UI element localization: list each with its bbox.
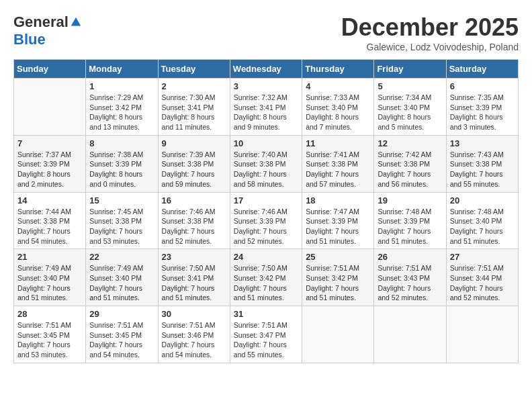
day-number: 28 bbox=[17, 309, 82, 319]
calendar-cell: 3Sunrise: 7:32 AMSunset: 3:41 PMDaylight… bbox=[230, 79, 302, 136]
day-info: Sunrise: 7:45 AMSunset: 3:38 PMDaylight:… bbox=[89, 207, 154, 246]
calendar-cell: 5Sunrise: 7:34 AMSunset: 3:40 PMDaylight… bbox=[374, 79, 446, 136]
calendar-cell: 10Sunrise: 7:40 AMSunset: 3:38 PMDayligh… bbox=[230, 135, 302, 192]
day-number: 24 bbox=[234, 252, 298, 262]
day-number: 3 bbox=[234, 81, 298, 91]
calendar-cell: 27Sunrise: 7:51 AMSunset: 3:44 PMDayligh… bbox=[446, 249, 518, 306]
day-number: 30 bbox=[162, 309, 226, 319]
calendar-cell: 18Sunrise: 7:47 AMSunset: 3:39 PMDayligh… bbox=[302, 192, 374, 249]
calendar-header-thursday: Thursday bbox=[302, 60, 374, 79]
day-info: Sunrise: 7:46 AMSunset: 3:38 PMDaylight:… bbox=[162, 207, 226, 246]
month-title: December 2025 bbox=[341, 13, 519, 42]
day-info: Sunrise: 7:44 AMSunset: 3:38 PMDaylight:… bbox=[17, 207, 82, 246]
day-info: Sunrise: 7:49 AMSunset: 3:40 PMDaylight:… bbox=[17, 263, 82, 303]
day-number: 21 bbox=[17, 252, 82, 262]
calendar-cell: 15Sunrise: 7:45 AMSunset: 3:38 PMDayligh… bbox=[86, 192, 158, 249]
logo-icon bbox=[70, 16, 82, 28]
day-info: Sunrise: 7:47 AMSunset: 3:39 PMDaylight:… bbox=[306, 207, 370, 246]
calendar-cell: 19Sunrise: 7:48 AMSunset: 3:39 PMDayligh… bbox=[374, 192, 446, 249]
calendar-cell: 29Sunrise: 7:51 AMSunset: 3:45 PMDayligh… bbox=[86, 306, 158, 363]
calendar-header-monday: Monday bbox=[86, 60, 158, 79]
day-info: Sunrise: 7:46 AMSunset: 3:39 PMDaylight:… bbox=[234, 207, 298, 246]
calendar-cell: 16Sunrise: 7:46 AMSunset: 3:38 PMDayligh… bbox=[158, 192, 230, 249]
calendar-cell bbox=[446, 306, 518, 363]
day-number: 20 bbox=[450, 195, 515, 205]
day-number: 9 bbox=[162, 138, 226, 148]
page-header: General Blue December 2025 Galewice, Lod… bbox=[13, 13, 519, 52]
logo-blue-text: Blue bbox=[13, 31, 46, 48]
day-number: 12 bbox=[378, 138, 442, 148]
day-info: Sunrise: 7:51 AMSunset: 3:46 PMDaylight:… bbox=[162, 320, 226, 360]
day-info: Sunrise: 7:41 AMSunset: 3:38 PMDaylight:… bbox=[306, 150, 370, 189]
calendar-cell: 30Sunrise: 7:51 AMSunset: 3:46 PMDayligh… bbox=[158, 306, 230, 363]
calendar-table: SundayMondayTuesdayWednesdayThursdayFrid… bbox=[13, 59, 519, 363]
calendar-cell: 23Sunrise: 7:50 AMSunset: 3:41 PMDayligh… bbox=[158, 249, 230, 306]
day-number: 22 bbox=[89, 252, 154, 262]
calendar-cell: 24Sunrise: 7:50 AMSunset: 3:42 PMDayligh… bbox=[230, 249, 302, 306]
calendar-cell: 22Sunrise: 7:49 AMSunset: 3:40 PMDayligh… bbox=[86, 249, 158, 306]
day-info: Sunrise: 7:51 AMSunset: 3:45 PMDaylight:… bbox=[89, 320, 154, 360]
calendar-cell bbox=[302, 306, 374, 363]
day-number: 1 bbox=[89, 81, 154, 91]
day-number: 14 bbox=[17, 195, 82, 205]
day-info: Sunrise: 7:34 AMSunset: 3:40 PMDaylight:… bbox=[378, 93, 442, 132]
logo: General Blue bbox=[13, 13, 82, 48]
calendar-header-friday: Friday bbox=[374, 60, 446, 79]
day-info: Sunrise: 7:51 AMSunset: 3:42 PMDaylight:… bbox=[306, 263, 370, 303]
day-info: Sunrise: 7:51 AMSunset: 3:44 PMDaylight:… bbox=[450, 263, 515, 303]
calendar-week-row: 14Sunrise: 7:44 AMSunset: 3:38 PMDayligh… bbox=[14, 192, 519, 249]
day-info: Sunrise: 7:48 AMSunset: 3:39 PMDaylight:… bbox=[378, 207, 442, 246]
day-number: 19 bbox=[378, 195, 442, 205]
calendar-cell: 21Sunrise: 7:49 AMSunset: 3:40 PMDayligh… bbox=[14, 249, 86, 306]
day-number: 17 bbox=[234, 195, 298, 205]
day-number: 15 bbox=[89, 195, 154, 205]
day-info: Sunrise: 7:42 AMSunset: 3:38 PMDaylight:… bbox=[378, 150, 442, 189]
day-number: 31 bbox=[234, 309, 298, 319]
calendar-cell: 11Sunrise: 7:41 AMSunset: 3:38 PMDayligh… bbox=[302, 135, 374, 192]
calendar-header-saturday: Saturday bbox=[446, 60, 518, 79]
calendar-header-tuesday: Tuesday bbox=[158, 60, 230, 79]
calendar-cell: 28Sunrise: 7:51 AMSunset: 3:45 PMDayligh… bbox=[14, 306, 86, 363]
title-section: December 2025 Galewice, Lodz Voivodeship… bbox=[341, 13, 519, 52]
calendar-header-sunday: Sunday bbox=[14, 60, 86, 79]
day-number: 29 bbox=[89, 309, 154, 319]
day-info: Sunrise: 7:35 AMSunset: 3:39 PMDaylight:… bbox=[450, 93, 515, 132]
calendar-cell bbox=[14, 79, 86, 136]
calendar-cell: 14Sunrise: 7:44 AMSunset: 3:38 PMDayligh… bbox=[14, 192, 86, 249]
day-number: 27 bbox=[450, 252, 515, 262]
calendar-cell: 13Sunrise: 7:43 AMSunset: 3:38 PMDayligh… bbox=[446, 135, 518, 192]
day-number: 8 bbox=[89, 138, 154, 148]
calendar-cell bbox=[374, 306, 446, 363]
calendar-cell: 20Sunrise: 7:48 AMSunset: 3:40 PMDayligh… bbox=[446, 192, 518, 249]
day-number: 23 bbox=[162, 252, 226, 262]
day-info: Sunrise: 7:48 AMSunset: 3:40 PMDaylight:… bbox=[450, 207, 515, 246]
calendar-cell: 4Sunrise: 7:33 AMSunset: 3:40 PMDaylight… bbox=[302, 79, 374, 136]
day-info: Sunrise: 7:51 AMSunset: 3:47 PMDaylight:… bbox=[234, 320, 298, 360]
day-info: Sunrise: 7:32 AMSunset: 3:41 PMDaylight:… bbox=[234, 93, 298, 132]
calendar-cell: 8Sunrise: 7:38 AMSunset: 3:39 PMDaylight… bbox=[86, 135, 158, 192]
day-number: 13 bbox=[450, 138, 515, 148]
calendar-week-row: 7Sunrise: 7:37 AMSunset: 3:39 PMDaylight… bbox=[14, 135, 519, 192]
calendar-header-wednesday: Wednesday bbox=[230, 60, 302, 79]
day-number: 26 bbox=[378, 252, 442, 262]
day-info: Sunrise: 7:49 AMSunset: 3:40 PMDaylight:… bbox=[89, 263, 154, 303]
day-number: 25 bbox=[306, 252, 370, 262]
day-info: Sunrise: 7:51 AMSunset: 3:43 PMDaylight:… bbox=[378, 263, 442, 303]
day-info: Sunrise: 7:43 AMSunset: 3:38 PMDaylight:… bbox=[450, 150, 515, 189]
day-info: Sunrise: 7:38 AMSunset: 3:39 PMDaylight:… bbox=[89, 150, 154, 189]
day-info: Sunrise: 7:39 AMSunset: 3:38 PMDaylight:… bbox=[162, 150, 226, 189]
day-info: Sunrise: 7:40 AMSunset: 3:38 PMDaylight:… bbox=[234, 150, 298, 189]
day-info: Sunrise: 7:51 AMSunset: 3:45 PMDaylight:… bbox=[17, 320, 82, 360]
day-number: 2 bbox=[162, 81, 226, 91]
calendar-week-row: 21Sunrise: 7:49 AMSunset: 3:40 PMDayligh… bbox=[14, 249, 519, 306]
calendar-cell: 31Sunrise: 7:51 AMSunset: 3:47 PMDayligh… bbox=[230, 306, 302, 363]
calendar-cell: 7Sunrise: 7:37 AMSunset: 3:39 PMDaylight… bbox=[14, 135, 86, 192]
day-number: 4 bbox=[306, 81, 370, 91]
calendar-cell: 25Sunrise: 7:51 AMSunset: 3:42 PMDayligh… bbox=[302, 249, 374, 306]
day-info: Sunrise: 7:33 AMSunset: 3:40 PMDaylight:… bbox=[306, 93, 370, 132]
day-info: Sunrise: 7:30 AMSunset: 3:41 PMDaylight:… bbox=[162, 93, 226, 132]
calendar-cell: 26Sunrise: 7:51 AMSunset: 3:43 PMDayligh… bbox=[374, 249, 446, 306]
calendar-cell: 2Sunrise: 7:30 AMSunset: 3:41 PMDaylight… bbox=[158, 79, 230, 136]
day-info: Sunrise: 7:50 AMSunset: 3:42 PMDaylight:… bbox=[234, 263, 298, 303]
day-number: 10 bbox=[234, 138, 298, 148]
